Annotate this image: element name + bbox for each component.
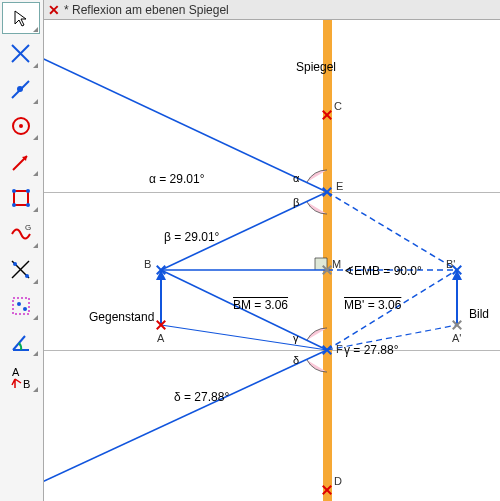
- tool-select-area[interactable]: [2, 290, 40, 322]
- svg-text:G: G: [25, 223, 31, 232]
- label-bm: BM = 3.06: [233, 298, 288, 312]
- svg-line-22: [44, 45, 327, 192]
- svg-point-5: [19, 124, 23, 128]
- svg-point-19: [23, 307, 27, 311]
- tool-locus[interactable]: G: [2, 218, 40, 250]
- tool-polygon[interactable]: [2, 182, 40, 214]
- label-B: B: [144, 258, 151, 270]
- label-bild: Bild: [469, 307, 489, 321]
- svg-point-8: [12, 189, 16, 193]
- axis-h1: [44, 192, 500, 193]
- geometry-svg: [44, 20, 500, 501]
- greek-gamma: γ: [293, 332, 299, 344]
- point-Ap[interactable]: [452, 320, 462, 330]
- mirror: [323, 20, 332, 501]
- label-Bp: B': [446, 258, 455, 270]
- svg-point-9: [26, 189, 30, 193]
- label-delta: δ = 27.88°: [174, 390, 229, 404]
- label-spiegel: Spiegel: [296, 60, 336, 74]
- svg-point-11: [26, 203, 30, 207]
- label-mbp: MB' = 3.06: [344, 298, 401, 312]
- label-Ap: A': [452, 332, 461, 344]
- greek-delta: δ: [293, 354, 299, 366]
- label-A: A: [157, 332, 164, 344]
- canvas[interactable]: C D E F M A B A' B' Spiegel Gegenstand B…: [44, 20, 500, 501]
- svg-point-15: [13, 262, 17, 266]
- window-title: * Reflexion am ebenen Spiegel: [64, 3, 229, 17]
- svg-line-25: [161, 325, 327, 350]
- svg-text:A: A: [12, 366, 20, 378]
- tool-perpendicular[interactable]: [2, 254, 40, 286]
- tool-angle[interactable]: [2, 326, 40, 358]
- svg-point-10: [12, 203, 16, 207]
- label-F: F: [336, 343, 343, 355]
- titlebar: ✕ * Reflexion am ebenen Spiegel: [44, 0, 500, 20]
- point-E[interactable]: [322, 187, 332, 197]
- toolbar: G AB: [0, 0, 44, 501]
- svg-point-16: [25, 274, 29, 278]
- tool-vector[interactable]: [2, 146, 40, 178]
- label-C: C: [334, 100, 342, 112]
- svg-line-30: [327, 192, 457, 270]
- point-A[interactable]: [156, 320, 166, 330]
- point-D[interactable]: [322, 485, 332, 495]
- label-alpha: α = 29.01°: [149, 172, 204, 186]
- point-F[interactable]: [322, 345, 332, 355]
- axis-h2: [44, 350, 500, 351]
- point-C[interactable]: [322, 110, 332, 120]
- label-emb: ∢EMB = 90.0°: [344, 264, 422, 278]
- svg-rect-7: [14, 191, 28, 205]
- point-M[interactable]: [322, 265, 332, 275]
- svg-point-18: [17, 302, 21, 306]
- tool-circle[interactable]: [2, 110, 40, 142]
- point-B[interactable]: [156, 265, 166, 275]
- greek-beta: β: [293, 196, 299, 208]
- tool-intersect[interactable]: [2, 38, 40, 70]
- svg-line-26: [44, 350, 327, 495]
- svg-text:B: B: [23, 378, 30, 390]
- label-D: D: [334, 475, 342, 487]
- svg-point-3: [17, 86, 23, 92]
- app-icon: ✕: [48, 2, 60, 18]
- tool-move[interactable]: [2, 2, 40, 34]
- label-M: M: [332, 258, 341, 270]
- label-E: E: [336, 180, 343, 192]
- label-beta: β = 29.01°: [164, 230, 219, 244]
- tool-rename[interactable]: AB: [2, 362, 40, 394]
- svg-rect-17: [13, 298, 29, 314]
- label-gegenstand: Gegenstand: [89, 310, 154, 324]
- tool-point[interactable]: [2, 74, 40, 106]
- label-gamma: γ = 27.88°: [344, 343, 399, 357]
- greek-alpha: α: [293, 172, 299, 184]
